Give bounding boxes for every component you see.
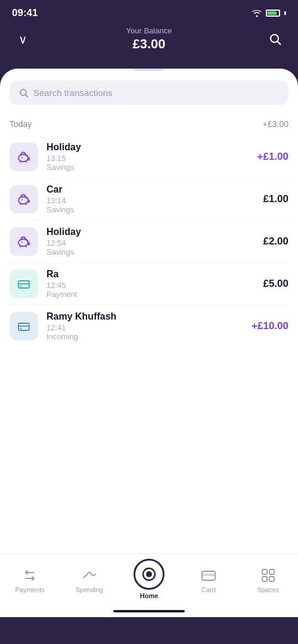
- battery-icon: [266, 10, 280, 17]
- transaction-amount: £1.00: [263, 193, 288, 205]
- nav-item-home[interactable]: Home: [131, 561, 167, 599]
- nav-item-payments[interactable]: Payments: [12, 567, 48, 593]
- balance-display: Your Balance £3.00: [126, 26, 172, 52]
- svg-rect-21: [269, 569, 274, 574]
- chevron-down-button[interactable]: ∨: [12, 29, 33, 50]
- svg-point-17: [146, 571, 152, 577]
- svg-rect-22: [262, 577, 267, 581]
- nav-spending-icon: [81, 567, 98, 584]
- transaction-item[interactable]: Holiday 13:15 Savings +£1.00: [10, 136, 288, 178]
- nav-spending-label: Spending: [76, 586, 104, 593]
- status-bar: 09:41: [0, 0, 298, 24]
- search-icon-inner: [19, 88, 29, 98]
- transaction-time: 13:15: [46, 154, 249, 163]
- nav-payments-icon: [21, 567, 38, 584]
- transaction-item[interactable]: Ramy Khuffash 12:41 Incoming +£10.00: [10, 305, 288, 347]
- transaction-list: Holiday 13:15 Savings +£1.00 Car 13:14 S…: [0, 136, 298, 347]
- balance-amount: £3.00: [126, 36, 172, 52]
- svg-line-3: [26, 95, 28, 97]
- nav-home-icon: [134, 559, 164, 590]
- transaction-item[interactable]: Car 13:14 Savings £1.00: [10, 178, 288, 221]
- piggy-bank-icon: [16, 234, 32, 249]
- nav-item-spaces[interactable]: Spaces: [250, 567, 286, 593]
- transaction-details: Car 13:14 Savings: [46, 184, 254, 214]
- piggy-bank-icon: [16, 149, 32, 165]
- transaction-details: Holiday 13:15 Savings: [46, 142, 249, 172]
- transaction-icon: [10, 227, 38, 256]
- transaction-time: 13:14: [46, 196, 254, 205]
- transaction-icon: [10, 143, 38, 171]
- nav-payments-label: Payments: [15, 586, 45, 593]
- incoming-icon: [16, 318, 32, 334]
- transaction-item[interactable]: Ra 12:45 Payment £5.00: [10, 263, 288, 305]
- svg-point-12: [20, 286, 21, 287]
- svg-line-1: [277, 41, 281, 45]
- transaction-name: Holiday: [46, 142, 249, 153]
- bottom-indicator: [113, 610, 185, 612]
- transaction-details: Ramy Khuffash 12:41 Incoming: [46, 311, 243, 341]
- balance-label: Your Balance: [126, 26, 172, 35]
- drag-handle: [134, 69, 164, 71]
- nav-item-spending[interactable]: Spending: [72, 567, 107, 593]
- payment-icon: [16, 276, 32, 292]
- nav-home-label: Home: [140, 592, 159, 599]
- transaction-details: Ra 12:45 Payment: [46, 269, 254, 299]
- svg-rect-19: [202, 574, 215, 576]
- transaction-icon: [10, 312, 38, 340]
- transaction-category: Savings: [46, 247, 254, 256]
- svg-point-7: [21, 199, 23, 200]
- nav-card-icon: [200, 567, 217, 584]
- section-header: Today +£3.00: [0, 114, 298, 136]
- svg-rect-23: [269, 577, 274, 581]
- transaction-time: 12:45: [46, 281, 254, 290]
- nav-spaces-icon: [260, 567, 277, 584]
- bottom-nav: PaymentsSpendingHomeCardSpaces: [0, 553, 298, 617]
- piggy-bank-icon: [16, 191, 32, 207]
- transaction-amount: £2.00: [263, 236, 288, 247]
- transaction-amount: +£1.00: [257, 151, 288, 163]
- transaction-category: Incoming: [46, 332, 243, 341]
- transaction-category: Payment: [46, 290, 254, 299]
- transaction-name: Ra: [46, 269, 254, 280]
- header: ∨ Your Balance £3.00: [0, 24, 298, 61]
- transaction-name: Holiday: [46, 227, 254, 237]
- wifi-icon: [252, 9, 262, 17]
- nav-spaces-label: Spaces: [257, 586, 280, 593]
- section-total: +£3.00: [263, 119, 288, 129]
- svg-point-9: [21, 242, 23, 243]
- nav-item-card[interactable]: Card: [191, 567, 226, 593]
- search-placeholder: Search transactions: [33, 88, 113, 98]
- transaction-icon: [10, 270, 38, 298]
- nav-card-label: Card: [201, 586, 216, 593]
- transaction-item[interactable]: Holiday 12:54 Savings £2.00: [10, 221, 288, 263]
- svg-point-5: [21, 157, 23, 158]
- search-container: Search transactions: [0, 80, 298, 114]
- transaction-category: Savings: [46, 163, 249, 172]
- svg-rect-10: [18, 281, 29, 288]
- svg-point-2: [20, 89, 26, 95]
- transaction-name: Ramy Khuffash: [46, 311, 243, 322]
- transaction-amount: +£10.00: [252, 320, 288, 332]
- search-icon: [269, 33, 282, 46]
- transaction-category: Savings: [46, 205, 254, 214]
- search-box[interactable]: Search transactions: [10, 80, 288, 105]
- main-card: Search transactions Today +£3.00 Holiday…: [0, 69, 298, 617]
- transaction-name: Car: [46, 184, 254, 195]
- transaction-time: 12:41: [46, 323, 243, 332]
- transaction-time: 12:54: [46, 239, 254, 247]
- svg-rect-13: [18, 323, 29, 330]
- transaction-amount: £5.00: [263, 278, 288, 290]
- search-button[interactable]: [265, 29, 286, 50]
- status-time: 09:41: [12, 7, 38, 19]
- transaction-icon: [10, 185, 38, 213]
- svg-rect-20: [262, 569, 267, 574]
- status-icons: [252, 9, 286, 17]
- svg-point-15: [20, 328, 21, 329]
- chevron-down-icon: ∨: [18, 32, 27, 47]
- transaction-details: Holiday 12:54 Savings: [46, 227, 254, 256]
- section-title: Today: [10, 119, 32, 129]
